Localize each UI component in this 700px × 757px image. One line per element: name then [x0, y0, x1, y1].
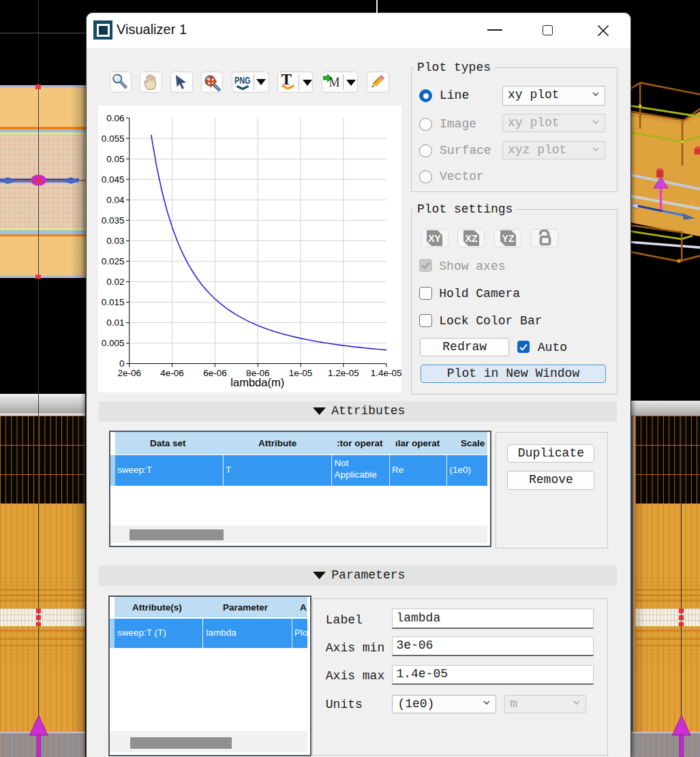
- svg-text:0.01: 0.01: [106, 318, 124, 328]
- svg-text:0.055: 0.055: [102, 134, 125, 144]
- svg-text:2e-06: 2e-06: [117, 368, 141, 378]
- svg-text:0.015: 0.015: [102, 297, 125, 307]
- svg-text:0.03: 0.03: [106, 236, 124, 246]
- svg-text:YZ: YZ: [502, 233, 514, 244]
- svg-text:1e-05: 1e-05: [289, 368, 313, 378]
- svg-text:6e-06: 6e-06: [203, 368, 227, 378]
- svg-text:0.04: 0.04: [106, 195, 125, 205]
- svg-text:0.045: 0.045: [102, 174, 125, 185]
- svg-text:4e-06: 4e-06: [160, 368, 184, 378]
- svg-text:lambda(m): lambda(m): [230, 376, 284, 388]
- svg-text:0.035: 0.035: [102, 215, 125, 226]
- svg-text:PNG: PNG: [234, 75, 251, 86]
- svg-text:XY: XY: [428, 233, 441, 244]
- svg-text:0.025: 0.025: [102, 256, 125, 266]
- svg-text:0.06: 0.06: [106, 113, 124, 123]
- svg-text:1.2e-05: 1.2e-05: [328, 368, 359, 378]
- svg-text:0.05: 0.05: [106, 154, 124, 164]
- svg-text:0.005: 0.005: [102, 338, 125, 348]
- svg-text:0.02: 0.02: [106, 277, 124, 287]
- svg-text:1.4e-05: 1.4e-05: [371, 368, 401, 378]
- svg-text:XZ: XZ: [465, 233, 477, 244]
